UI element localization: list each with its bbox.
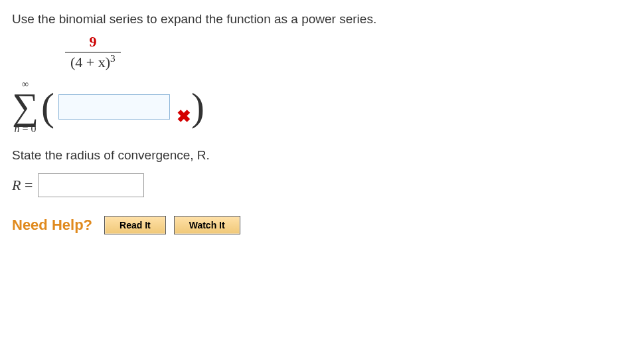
radius-prompt: State the radius of convergence, R. bbox=[12, 148, 632, 163]
sigma-lower-eq: = bbox=[19, 123, 31, 134]
question-prompt: Use the binomial series to expand the fu… bbox=[12, 12, 632, 27]
paren-open: ( bbox=[41, 87, 54, 127]
radius-label: R = bbox=[12, 177, 33, 194]
read-it-button[interactable]: Read It bbox=[104, 216, 166, 234]
sigma-block: ∞ ∑ n = 0 bbox=[12, 79, 39, 135]
fraction-denominator: (4 + x)3 bbox=[65, 52, 121, 71]
denominator-base: (4 + x) bbox=[70, 54, 110, 70]
paren-close: ) bbox=[191, 87, 204, 127]
series-term-input[interactable] bbox=[58, 94, 170, 120]
fraction-numerator: 9 bbox=[65, 33, 121, 52]
radius-eq: = bbox=[21, 177, 33, 193]
sigma-icon: ∑ bbox=[12, 90, 39, 123]
sigma-lower-limit: n = 0 bbox=[14, 123, 36, 135]
watch-it-button[interactable]: Watch It bbox=[174, 216, 240, 234]
summation-expression: ∞ ∑ n = 0 ( ✖ ) bbox=[12, 79, 632, 135]
expression-fraction: 9 (4 + x)3 bbox=[65, 33, 632, 71]
radius-var: R bbox=[12, 177, 21, 193]
radius-input[interactable] bbox=[38, 173, 144, 197]
need-help-label: Need Help? bbox=[12, 217, 92, 234]
help-row: Need Help? Read It Watch It bbox=[12, 216, 632, 234]
incorrect-mark-icon: ✖ bbox=[177, 106, 191, 127]
sigma-lower-val: 0 bbox=[31, 123, 36, 134]
denominator-exponent: 3 bbox=[110, 52, 116, 64]
radius-row: R = bbox=[12, 173, 632, 197]
